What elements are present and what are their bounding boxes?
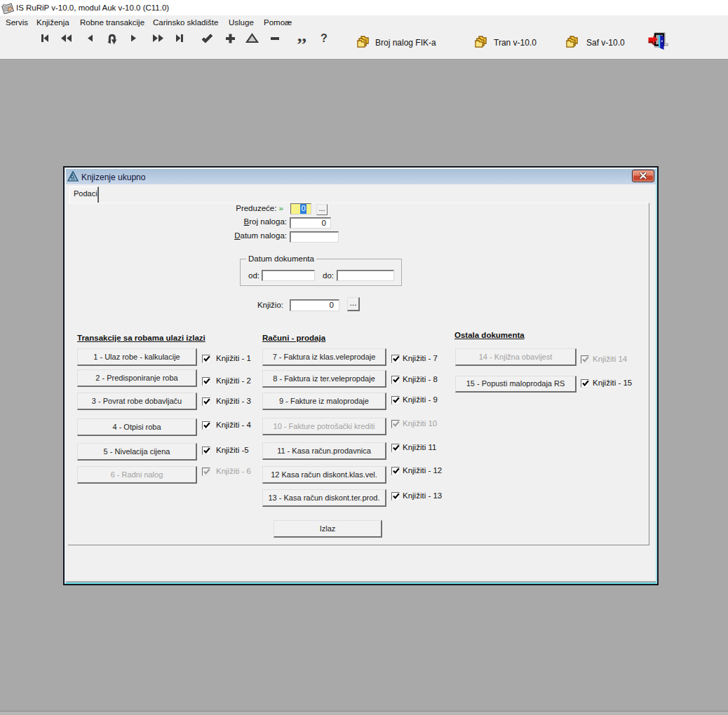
svg-text:,,: ,, [297,31,306,46]
svg-text:?: ? [321,32,328,44]
